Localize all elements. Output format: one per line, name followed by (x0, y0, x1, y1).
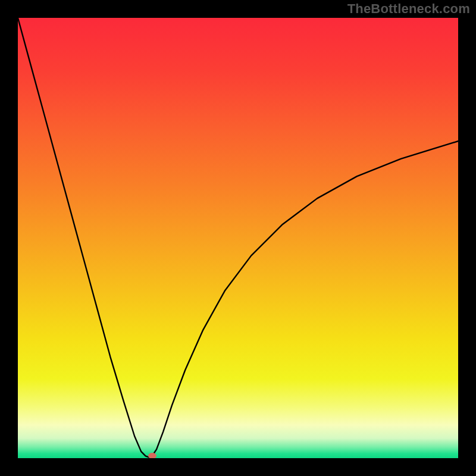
bottleneck-curve (18, 18, 458, 458)
plot-area (18, 18, 458, 458)
watermark-text: TheBottleneck.com (347, 1, 470, 17)
optimal-point-marker (148, 453, 156, 458)
chart-frame: TheBottleneck.com (0, 0, 476, 476)
curve-layer (18, 18, 458, 458)
